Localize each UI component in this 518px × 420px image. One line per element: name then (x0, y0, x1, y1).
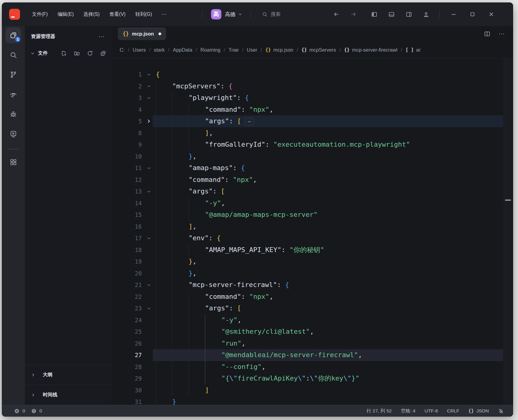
explorer-icon[interactable]: 1 (5, 27, 21, 43)
fold-expand-icon[interactable] (142, 162, 156, 174)
status-indentation[interactable]: 空格: 4 (401, 408, 415, 414)
code-line[interactable]: 4"command": "npx", (112, 104, 513, 116)
breadcrumb-item-mcpservers[interactable]: {}mcpServers (302, 47, 336, 53)
code-line[interactable]: 22"command": "npx", (112, 291, 513, 303)
tab-mcp-json[interactable]: {} mcp.json (118, 27, 166, 40)
breadcrumb-item-appdata[interactable]: AppData (173, 47, 192, 53)
back-icon[interactable] (331, 9, 342, 19)
code-line[interactable]: 16], (112, 221, 513, 233)
terminal-icon[interactable] (5, 126, 21, 142)
workspace-name[interactable]: 高德 (225, 11, 235, 18)
modified-dot-icon[interactable] (158, 32, 161, 35)
workspace-badge[interactable]: 高 (211, 9, 221, 19)
breadcrumb-item-users[interactable]: Users (133, 47, 146, 53)
breadcrumb-item-user[interactable]: User (247, 47, 257, 53)
split-editor-icon[interactable] (484, 30, 491, 37)
fold-expand-icon[interactable] (142, 279, 156, 291)
fold-collapsed-icon[interactable] (142, 115, 156, 127)
code-line[interactable]: 19}, (112, 256, 513, 268)
code-line[interactable]: 30] (112, 384, 513, 396)
new-file-icon[interactable] (61, 50, 67, 56)
breadcrumb-item-stark[interactable]: stark (154, 47, 165, 53)
code-line[interactable]: 14"-y", (112, 197, 513, 209)
sidebar-more-icon[interactable]: ⋯ (98, 33, 105, 40)
search-box[interactable]: 搜索 (262, 11, 281, 18)
toggle-bottom-panel-icon[interactable] (386, 9, 397, 20)
code-line[interactable]: 9"fromGalleryId": "executeautomation.mcp… (112, 139, 513, 151)
code-area[interactable]: 1{2"mcpServers": {3"playwright": {4"comm… (112, 58, 513, 405)
menu-more[interactable]: ⋯ (158, 9, 171, 20)
debug-icon[interactable] (5, 106, 21, 122)
fold-expand-icon[interactable] (142, 69, 156, 80)
preview-eye-icon[interactable] (5, 87, 21, 102)
apps-grid-icon[interactable] (5, 154, 21, 170)
menu-view[interactable]: 查看(V) (105, 9, 129, 20)
problems-status[interactable]: 0 0 (14, 408, 45, 414)
outline-section-header[interactable]: 大纲 (25, 365, 112, 385)
code-line[interactable]: 8], (112, 127, 513, 139)
refresh-icon[interactable] (87, 50, 93, 56)
toggle-left-panel-icon[interactable] (369, 9, 380, 20)
code-line[interactable]: 2"mcpServers": { (112, 80, 513, 92)
collapse-all-icon[interactable] (100, 50, 106, 56)
file-tree[interactable] (25, 61, 112, 365)
code-line[interactable]: 26"run", (112, 338, 513, 350)
files-section-header[interactable]: 文件 (25, 45, 112, 61)
account-icon[interactable] (421, 9, 431, 20)
minimap[interactable] (504, 59, 513, 405)
toggle-right-panel-icon[interactable] (404, 9, 414, 20)
new-folder-icon[interactable] (74, 50, 80, 56)
code-line[interactable]: 3"playwright": { (112, 92, 513, 104)
app-logo-icon[interactable] (9, 9, 20, 20)
code-line[interactable]: 13"args": [ (112, 186, 513, 197)
maximize-button[interactable] (468, 9, 477, 19)
folded-code-badge[interactable]: ⋯ (245, 118, 254, 125)
forward-icon[interactable] (348, 9, 359, 19)
breadcrumb-item-c[interactable]: C: (120, 47, 125, 53)
status-encoding[interactable]: UTF-8 (424, 408, 438, 414)
code-line[interactable]: 1{ (112, 69, 513, 80)
breadcrumb-item-mcp-server-firecrawl[interactable]: {}mcp-server-firecrawl (344, 47, 397, 53)
code-line[interactable]: 24"-y", (112, 314, 513, 326)
more-actions-icon[interactable]: ⋯ (499, 30, 505, 37)
timeline-section-header[interactable]: 时间线 (25, 385, 112, 405)
code-line[interactable]: 18"AMAP_MAPS_API_KEY": "你的秘钥" (112, 244, 513, 256)
menu-goto[interactable]: 转到(G) (131, 9, 156, 20)
chevron-down-icon[interactable] (30, 51, 35, 56)
status-cursor-position[interactable]: 行 27, 列 52 (366, 408, 392, 414)
code-line[interactable]: 27"@mendableai/mcp-server-firecrawl", (112, 349, 513, 361)
fold-expand-icon[interactable] (142, 302, 156, 314)
menu-selection[interactable]: 选择(S) (80, 9, 104, 20)
chevron-down-icon[interactable] (238, 12, 243, 17)
code-line[interactable]: 28"--config", (112, 361, 513, 373)
fold-expand-icon[interactable] (142, 92, 156, 104)
breadcrumb-item-mcpjson[interactable]: {}mcp.json (265, 47, 293, 53)
search-icon[interactable] (5, 47, 21, 63)
code-line[interactable]: 29"{\"fireCrawlApiKey\":\"你的key\"}" (112, 373, 513, 384)
fold-expand-icon[interactable] (142, 80, 156, 92)
code-line[interactable]: 10}, (112, 151, 513, 162)
fold-expand-icon[interactable] (142, 186, 156, 197)
code-line[interactable]: 15"@amap/amap-maps-mcp-server" (112, 209, 513, 221)
menu-file[interactable]: 文件(F) (28, 9, 52, 20)
code-line[interactable]: 21"mcp-server-firecrawl": { (112, 279, 513, 291)
breadcrumb-item-ar[interactable]: [ ]ar (405, 47, 421, 53)
code-line[interactable]: 12"command": "npx", (112, 174, 513, 186)
minimize-button[interactable] (449, 9, 458, 19)
fold-expand-icon[interactable] (142, 232, 156, 244)
source-control-icon[interactable] (5, 67, 21, 83)
status-eol[interactable]: CRLF (447, 408, 459, 414)
code-line[interactable]: 25"@smithery/cli@latest", (112, 326, 513, 338)
status-notifications[interactable] (498, 408, 504, 414)
breadcrumb-item-roaming[interactable]: Roaming (200, 47, 220, 53)
code-line[interactable]: 11"amap-maps": { (112, 162, 513, 174)
close-button[interactable] (486, 9, 496, 19)
menu-edit[interactable]: 编辑(E) (53, 9, 77, 20)
code-line[interactable]: 20}, (112, 268, 513, 279)
code-line[interactable]: 31} (112, 396, 513, 405)
code-line[interactable]: 23"args": [ (112, 302, 513, 314)
status-language-mode[interactable]: {}JSON (469, 408, 489, 414)
code-line[interactable]: 17"env": { (112, 232, 513, 244)
code-line[interactable]: 5"args": [⋯ (112, 115, 513, 127)
breadcrumb-item-trae[interactable]: Trae (229, 47, 239, 53)
